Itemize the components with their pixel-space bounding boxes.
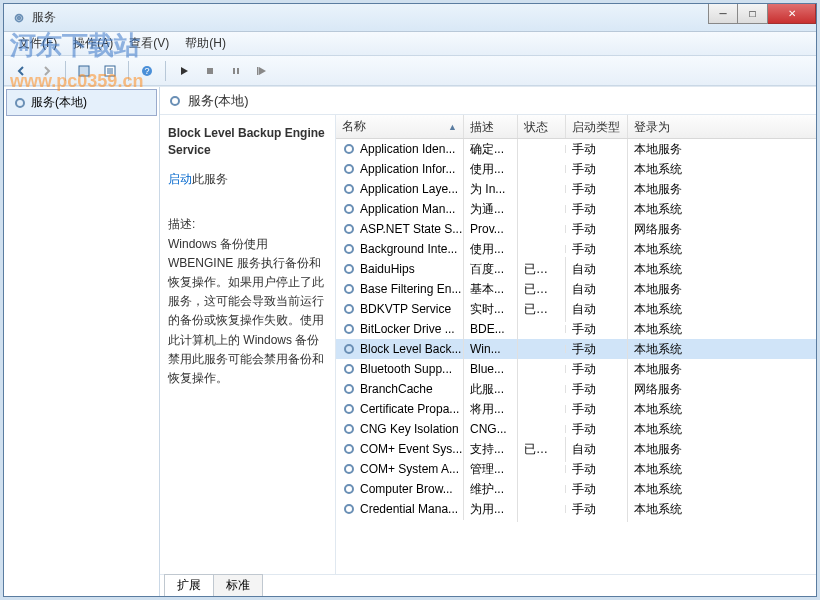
toolbar: ? <box>4 56 816 86</box>
start-service-link[interactable]: 启动 <box>168 172 192 186</box>
tabs: 扩展 标准 <box>160 574 816 596</box>
cell-name: Certificate Propa... <box>336 398 464 420</box>
service-description: Windows 备份使用 WBENGINE 服务执行备份和恢复操作。如果用户停止… <box>168 235 327 389</box>
gear-icon <box>342 282 356 296</box>
help-button[interactable]: ? <box>136 60 158 82</box>
cell-name: Computer Brow... <box>336 478 464 500</box>
gear-icon <box>342 202 356 216</box>
svg-point-21 <box>345 325 353 333</box>
col-name[interactable]: 名称▲ <box>336 115 464 138</box>
titlebar: 服务 ─ □ ✕ <box>4 4 816 32</box>
content: Block Level Backup Engine Service 启动此服务 … <box>160 115 816 574</box>
cell-start: 手动 <box>566 497 628 522</box>
svg-rect-2 <box>79 66 89 76</box>
gear-icon <box>342 342 356 356</box>
cell-status: 已启动 <box>518 297 566 322</box>
svg-point-28 <box>345 465 353 473</box>
start-button[interactable] <box>173 60 195 82</box>
cell-desc: BDE... <box>464 318 518 340</box>
svg-point-15 <box>345 205 353 213</box>
col-status[interactable]: 状态 <box>518 115 566 138</box>
main-header: 服务(本地) <box>160 87 816 115</box>
back-button[interactable] <box>10 60 32 82</box>
cell-status <box>518 325 566 333</box>
cell-status: 已启动 <box>518 437 566 462</box>
main-heading: 服务(本地) <box>188 92 249 110</box>
pause-button[interactable] <box>225 60 247 82</box>
svg-point-26 <box>345 425 353 433</box>
cell-name: Application Infor... <box>336 158 464 180</box>
gear-icon <box>342 502 356 516</box>
cell-name: Bluetooth Supp... <box>336 358 464 380</box>
svg-text:?: ? <box>144 66 149 76</box>
cell-status <box>518 165 566 173</box>
gear-icon <box>342 322 356 336</box>
svg-rect-6 <box>207 68 213 74</box>
cell-status <box>518 485 566 493</box>
cell-name: BDKVTP Service <box>336 298 464 320</box>
minimize-button[interactable]: ─ <box>708 4 738 24</box>
selected-service-title: Block Level Backup Engine Service <box>168 125 327 159</box>
cell-status <box>518 505 566 513</box>
menubar: 文件(F) 操作(A) 查看(V) 帮助(H) <box>4 32 816 56</box>
col-logon[interactable]: 登录为 <box>628 115 708 138</box>
svg-point-11 <box>171 97 179 105</box>
restart-button[interactable] <box>251 60 273 82</box>
gear-icon <box>342 482 356 496</box>
cell-status <box>518 405 566 413</box>
cell-status <box>518 245 566 253</box>
close-button[interactable]: ✕ <box>768 4 816 24</box>
gear-icon <box>342 442 356 456</box>
menu-file[interactable]: 文件(F) <box>10 32 65 55</box>
tab-extended[interactable]: 扩展 <box>164 574 214 596</box>
cell-status <box>518 145 566 153</box>
svg-point-18 <box>345 265 353 273</box>
services-window: 河东下载站www.pc0359.cn 服务 ─ □ ✕ 文件(F) 操作(A) … <box>3 3 817 597</box>
cell-name: COM+ Event Sys... <box>336 438 464 460</box>
cell-status <box>518 425 566 433</box>
cell-name: BranchCache <box>336 378 464 400</box>
gear-icon <box>342 402 356 416</box>
gear-icon <box>342 162 356 176</box>
svg-point-25 <box>345 405 353 413</box>
gear-icon <box>13 96 27 110</box>
svg-point-1 <box>18 16 21 19</box>
nav-pane: 服务(本地) <box>4 87 160 596</box>
cell-name: Application Iden... <box>336 139 464 160</box>
window-controls: ─ □ ✕ <box>708 4 816 24</box>
menu-view[interactable]: 查看(V) <box>121 32 177 55</box>
cell-name: COM+ System A... <box>336 458 464 480</box>
cell-status <box>518 465 566 473</box>
maximize-button[interactable]: □ <box>738 4 768 24</box>
svg-point-22 <box>345 345 353 353</box>
menu-action[interactable]: 操作(A) <box>65 32 121 55</box>
table-row[interactable]: Credential Mana...为用...手动本地系统 <box>336 499 816 519</box>
svg-point-12 <box>345 145 353 153</box>
col-start[interactable]: 启动类型 <box>566 115 628 138</box>
svg-point-10 <box>16 99 24 107</box>
svg-point-17 <box>345 245 353 253</box>
col-desc[interactable]: 描述 <box>464 115 518 138</box>
cell-status <box>518 365 566 373</box>
gear-icon <box>342 462 356 476</box>
nav-services-local[interactable]: 服务(本地) <box>6 89 157 116</box>
cell-name: Base Filtering En... <box>336 278 464 300</box>
stop-button[interactable] <box>199 60 221 82</box>
properties-button[interactable] <box>73 60 95 82</box>
svg-point-23 <box>345 365 353 373</box>
cell-name: Credential Mana... <box>336 498 464 520</box>
list-body[interactable]: Application Iden...确定...手动本地服务Applicatio… <box>336 139 816 574</box>
start-service-line: 启动此服务 <box>168 171 327 188</box>
services-icon <box>12 11 26 25</box>
gear-icon <box>342 262 356 276</box>
separator <box>65 61 66 81</box>
cell-name: Block Level Back... <box>336 338 464 360</box>
window-title: 服务 <box>32 9 56 26</box>
tab-standard[interactable]: 标准 <box>213 574 263 596</box>
export-button[interactable] <box>99 60 121 82</box>
cell-name: BaiduHips <box>336 258 464 280</box>
menu-help[interactable]: 帮助(H) <box>177 32 234 55</box>
gear-icon <box>342 362 356 376</box>
forward-button[interactable] <box>36 60 58 82</box>
cell-name: CNG Key Isolation <box>336 418 464 440</box>
